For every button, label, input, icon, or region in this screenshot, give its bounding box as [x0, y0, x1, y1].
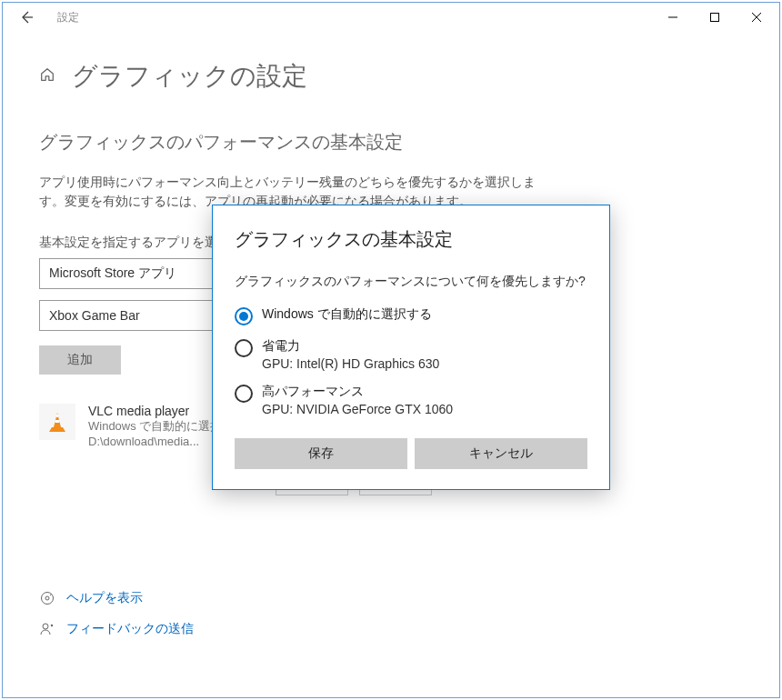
feedback-icon	[39, 621, 55, 637]
dialog-buttons: 保存 キャンセル	[235, 438, 587, 469]
radio-icon	[235, 307, 253, 325]
maximize-icon	[710, 13, 719, 22]
window-title: 設定	[57, 10, 79, 25]
home-icon[interactable]	[39, 66, 55, 86]
feedback-link-label: フィードバックの送信	[66, 621, 194, 637]
add-button[interactable]: 追加	[39, 345, 121, 375]
radio-sublabel: GPU: NVIDIA GeForce GTX 1060	[262, 402, 453, 416]
minimize-button[interactable]	[652, 3, 694, 32]
radio-group: Windows で自動的に選択する 省電力 GPU: Intel(R) HD G…	[235, 306, 587, 416]
radio-icon	[235, 385, 253, 403]
help-link-label: ヘルプを表示	[66, 590, 143, 606]
cancel-button[interactable]: キャンセル	[415, 438, 587, 469]
dialog-title: グラフィックスの基本設定	[235, 227, 587, 252]
svg-rect-5	[56, 415, 58, 417]
close-icon	[752, 13, 761, 22]
page-header: グラフィックの設定	[39, 59, 743, 94]
help-links: ヘルプを表示 フィードバックの送信	[39, 590, 194, 652]
radio-option-power-saving[interactable]: 省電力 GPU: Intel(R) HD Graphics 630	[235, 338, 587, 371]
show-help-link[interactable]: ヘルプを表示	[39, 590, 194, 606]
window-controls	[652, 3, 777, 32]
titlebar: 設定	[3, 3, 779, 32]
radio-icon	[235, 339, 253, 357]
svg-marker-7	[49, 427, 65, 432]
radio-label: 高パフォーマンス	[262, 384, 453, 400]
maximize-button[interactable]	[694, 3, 736, 32]
radio-label: 省電力	[262, 338, 439, 355]
page-title: グラフィックの設定	[72, 59, 307, 94]
help-icon	[39, 590, 55, 606]
radio-option-high-performance[interactable]: 高パフォーマンス GPU: NVIDIA GeForce GTX 1060	[235, 384, 587, 416]
svg-point-10	[43, 624, 48, 629]
minimize-icon	[668, 13, 677, 22]
section-title: グラフィックスのパフォーマンスの基本設定	[39, 130, 743, 155]
back-button[interactable]	[12, 3, 41, 32]
arrow-left-icon	[19, 10, 34, 25]
radio-option-auto[interactable]: Windows で自動的に選択する	[235, 306, 587, 325]
radio-label: Windows で自動的に選択する	[262, 306, 432, 323]
svg-point-9	[45, 596, 49, 600]
graphics-preference-dialog: グラフィックスの基本設定 グラフィックスのパフォーマンスについて何を優先しますか…	[212, 205, 610, 490]
feedback-link[interactable]: フィードバックの送信	[39, 621, 194, 637]
save-button[interactable]: 保存	[235, 438, 407, 469]
svg-point-11	[51, 625, 53, 626]
close-button[interactable]	[736, 3, 777, 32]
radio-sublabel: GPU: Intel(R) HD Graphics 630	[262, 356, 439, 371]
dropdown-value: Xbox Game Bar	[49, 308, 140, 323]
svg-rect-1	[711, 14, 719, 22]
vlc-icon	[39, 404, 75, 440]
svg-rect-6	[55, 420, 60, 423]
dropdown-value: Microsoft Store アプリ	[49, 265, 176, 282]
settings-window: 設定 グラフィックの設定 グラフィックスのパフォーマンスの基本設定 アプリ使用時…	[2, 2, 780, 698]
dialog-question: グラフィックスのパフォーマンスについて何を優先しますか?	[235, 274, 587, 290]
